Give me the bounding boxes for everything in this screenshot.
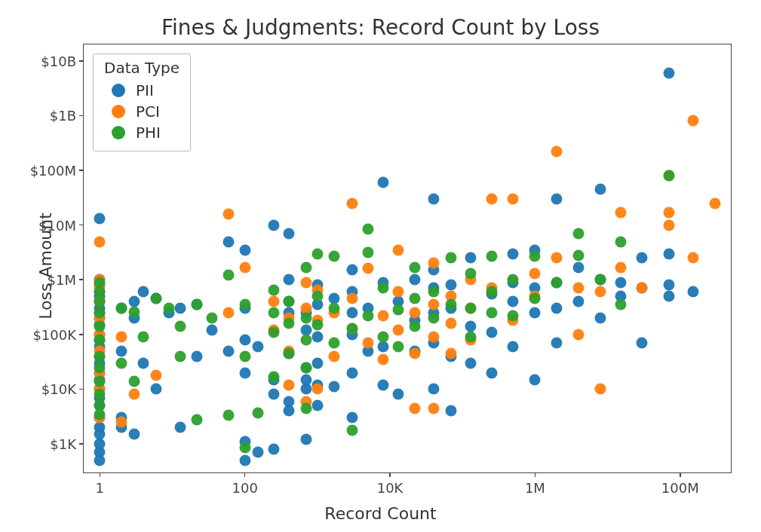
data-point bbox=[94, 236, 106, 247]
data-point bbox=[573, 296, 585, 307]
data-point bbox=[663, 206, 674, 218]
data-point bbox=[465, 357, 477, 368]
data-point bbox=[428, 194, 439, 205]
y-tick-label: $100K bbox=[32, 326, 76, 342]
data-point bbox=[428, 332, 439, 343]
data-point bbox=[363, 246, 374, 258]
data-point bbox=[283, 348, 294, 359]
data-point bbox=[393, 286, 404, 298]
data-point bbox=[311, 384, 323, 395]
data-point bbox=[283, 379, 294, 390]
data-point bbox=[94, 389, 106, 400]
data-point bbox=[239, 442, 250, 454]
data-point bbox=[116, 357, 127, 368]
data-point bbox=[637, 283, 648, 294]
data-point bbox=[637, 252, 648, 264]
data-point bbox=[409, 293, 420, 304]
data-point bbox=[138, 357, 149, 368]
data-point bbox=[252, 447, 263, 458]
legend-swatch-pii bbox=[112, 84, 125, 97]
data-point bbox=[663, 219, 674, 231]
data-point bbox=[663, 248, 674, 259]
data-point bbox=[508, 274, 519, 286]
x-axis-label: Record Count bbox=[0, 504, 761, 523]
data-point bbox=[192, 350, 203, 362]
data-point bbox=[393, 341, 404, 352]
data-point bbox=[573, 228, 585, 239]
data-point bbox=[94, 213, 106, 225]
data-point bbox=[223, 270, 235, 281]
data-point bbox=[663, 280, 674, 291]
data-point bbox=[393, 325, 404, 336]
data-point bbox=[300, 312, 311, 323]
data-point bbox=[239, 244, 250, 255]
data-point bbox=[446, 405, 457, 417]
data-point bbox=[687, 252, 698, 264]
data-point bbox=[446, 318, 457, 329]
data-point bbox=[573, 249, 585, 261]
data-point bbox=[551, 338, 563, 349]
data-point bbox=[377, 283, 388, 294]
data-point bbox=[116, 303, 127, 314]
data-point bbox=[508, 341, 519, 352]
data-point bbox=[428, 384, 439, 395]
x-tick-label: 100 bbox=[232, 480, 258, 496]
data-point bbox=[615, 206, 626, 218]
data-point bbox=[551, 303, 563, 314]
x-tick-label: 10K bbox=[377, 480, 404, 496]
data-point bbox=[573, 283, 585, 294]
data-point bbox=[311, 291, 323, 302]
data-point bbox=[311, 357, 323, 368]
y-tick-label: $1B bbox=[50, 108, 76, 124]
data-point bbox=[409, 348, 420, 359]
data-point bbox=[94, 307, 106, 318]
data-point bbox=[551, 194, 563, 205]
data-point bbox=[223, 236, 235, 247]
data-point bbox=[465, 332, 477, 343]
data-point bbox=[311, 400, 323, 411]
data-point bbox=[465, 321, 477, 332]
data-point bbox=[300, 362, 311, 373]
chart-title: Fines & Judgments: Record Count by Loss bbox=[0, 15, 761, 40]
data-point bbox=[239, 261, 250, 273]
y-tick-label: $10B bbox=[41, 53, 76, 69]
legend-entry-pci: PCI bbox=[104, 101, 180, 122]
data-point bbox=[346, 264, 357, 276]
data-point bbox=[300, 277, 311, 288]
data-point bbox=[428, 402, 439, 414]
legend-label-pci: PCI bbox=[136, 102, 160, 121]
data-point bbox=[252, 341, 263, 352]
data-point bbox=[486, 194, 497, 205]
data-point bbox=[283, 228, 294, 239]
data-point bbox=[346, 367, 357, 378]
data-point bbox=[300, 434, 311, 445]
data-point bbox=[116, 332, 127, 343]
data-point bbox=[529, 374, 541, 385]
y-tick-label: $100M bbox=[30, 163, 76, 179]
data-point bbox=[446, 348, 457, 359]
data-point bbox=[94, 334, 106, 345]
data-point bbox=[409, 307, 420, 318]
data-point bbox=[595, 312, 606, 323]
data-point bbox=[529, 268, 541, 279]
x-tick-label: 100M bbox=[661, 480, 699, 496]
data-point bbox=[129, 389, 140, 400]
data-point bbox=[346, 293, 357, 304]
data-point bbox=[283, 405, 294, 417]
data-point bbox=[151, 369, 162, 381]
legend-label-phi: PHI bbox=[136, 124, 161, 142]
data-point bbox=[223, 208, 235, 219]
data-point bbox=[377, 332, 388, 343]
data-point bbox=[595, 274, 606, 286]
data-point bbox=[529, 293, 541, 304]
data-point bbox=[311, 332, 323, 343]
data-point bbox=[508, 310, 519, 321]
data-point bbox=[151, 384, 162, 395]
data-point bbox=[595, 184, 606, 195]
data-point bbox=[283, 296, 294, 307]
y-tick-label: $1M bbox=[48, 272, 76, 288]
data-point bbox=[239, 299, 250, 310]
data-point bbox=[268, 326, 279, 338]
legend-entry-pii: PII bbox=[104, 80, 180, 101]
data-point bbox=[138, 332, 149, 343]
